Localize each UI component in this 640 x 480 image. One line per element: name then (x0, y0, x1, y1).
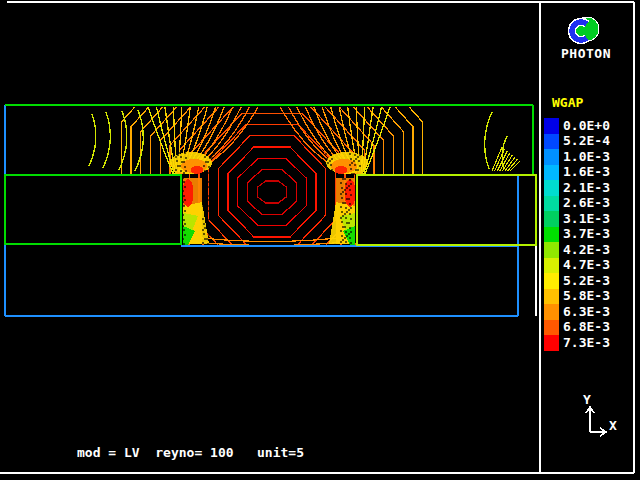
legend-value: 4.7E-3 (563, 257, 610, 272)
legend-value: 3.1E-3 (563, 211, 610, 226)
legend-value: 5.8E-3 (563, 288, 610, 303)
legend-value: 1.6E-3 (563, 164, 610, 179)
legend-swatch (544, 227, 559, 243)
legend-value: 2.1E-3 (563, 180, 610, 195)
legend-swatch (544, 320, 559, 336)
photon-logo-icon (572, 17, 599, 41)
legend-swatch (544, 134, 559, 150)
photon-window: PHOTON WGAP 0.0E+05.2E-41.0E-31.6E-32.1E… (0, 0, 640, 480)
axis-y-label: Y (583, 393, 591, 406)
contour-hotspots (170, 152, 368, 245)
legend-swatch (544, 165, 559, 181)
legend-title: WGAP (552, 96, 583, 109)
legend-value: 6.8E-3 (563, 319, 610, 334)
legend-value: 4.2E-3 (563, 242, 610, 257)
legend-value: 5.2E-4 (563, 133, 610, 148)
legend-swatch (544, 258, 559, 274)
legend-value: 5.2E-3 (563, 273, 610, 288)
legend-swatch (544, 196, 559, 212)
status-line: mod = LV reyno= 100 unit=5 (77, 446, 304, 459)
legend-swatch (544, 211, 559, 227)
legend-swatch (544, 149, 559, 165)
legend-value: 1.0E-3 (563, 149, 610, 164)
legend-swatch (544, 242, 559, 258)
legend-swatch (544, 335, 559, 351)
legend-swatch (544, 273, 559, 289)
plot-masks (0, 0, 542, 480)
legend-value: 3.7E-3 (563, 226, 610, 241)
legend-swatch (544, 118, 559, 134)
axis-x-label: X (609, 419, 617, 432)
app-title: PHOTON (561, 47, 611, 60)
axis-indicator-icon (586, 407, 606, 436)
legend-value: 6.3E-3 (563, 304, 610, 319)
legend-value: 7.3E-3 (563, 335, 610, 350)
legend-swatch (544, 289, 559, 305)
legend-swatch (544, 180, 559, 196)
legend-value: 0.0E+0 (563, 118, 610, 133)
legend-swatch (544, 304, 559, 320)
legend-value: 2.6E-3 (563, 195, 610, 210)
